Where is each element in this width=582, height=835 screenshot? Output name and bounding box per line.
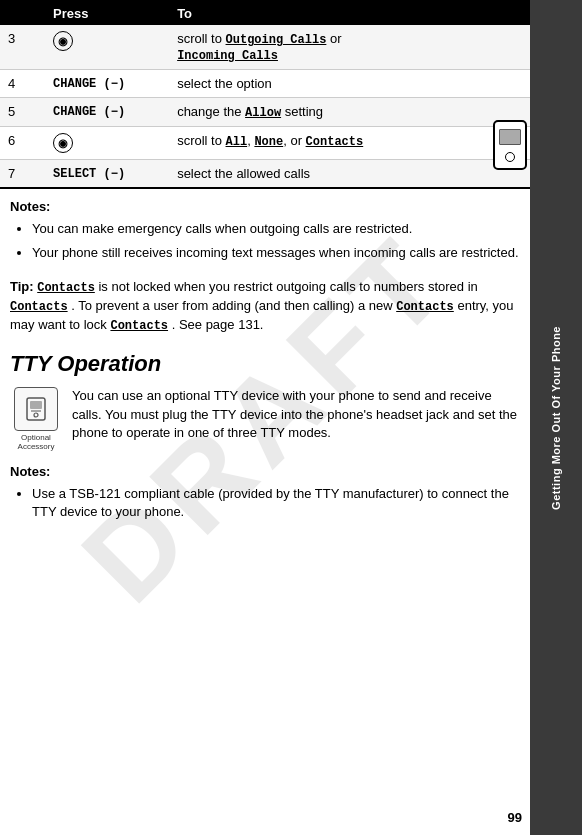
row-number: 6 <box>0 127 45 160</box>
row-press: ◉ <box>45 127 169 160</box>
tip-label: Tip: <box>10 279 34 294</box>
tip-text-1: is not locked when you restrict outgoing… <box>98 279 477 294</box>
note-item: Your phone still receives incoming text … <box>32 244 520 262</box>
table-row: 6 ◉ scroll to All, None, or Contacts <box>0 127 530 160</box>
contacts-label: Contacts <box>306 135 364 149</box>
svg-point-2 <box>34 413 38 417</box>
row-number: 4 <box>0 70 45 98</box>
right-sidebar: Getting More Out Of Your Phone <box>530 0 582 835</box>
table-row: 4 CHANGE (−) select the option <box>0 70 530 98</box>
select-button-label: SELECT (−) <box>53 167 125 181</box>
tty-body: OptionalAccessory You can use an optiona… <box>0 383 530 456</box>
tty-note-item: Use a TSB-121 compliant cable (provided … <box>32 485 520 521</box>
page-number: 99 <box>508 810 522 825</box>
notes-section: Notes: You can make emergency calls when… <box>0 189 530 278</box>
row-number: 5 <box>0 98 45 127</box>
tty-description: You can use an optional TTY device with … <box>72 387 520 444</box>
tty-icon-area: OptionalAccessory <box>10 387 62 452</box>
device-screen <box>499 129 521 145</box>
table-row: 7 SELECT (−) select the allowed calls <box>0 160 530 189</box>
tip-paragraph: Tip: Contacts is not locked when you res… <box>0 278 530 334</box>
phone-device-icon <box>493 120 527 170</box>
row-to: change the Allow setting <box>169 98 530 127</box>
allow-label: Allow <box>245 106 281 120</box>
tty-notes-list: Use a TSB-121 compliant cable (provided … <box>10 485 520 521</box>
tip-contacts-3: Contacts <box>396 300 454 314</box>
all-label: All <box>226 135 248 149</box>
row-press: SELECT (−) <box>45 160 169 189</box>
svg-rect-1 <box>30 401 42 409</box>
outgoing-calls-label: Outgoing Calls <box>226 33 327 47</box>
row-number: 7 <box>0 160 45 189</box>
tty-heading: TTY Operation <box>0 345 530 383</box>
tip-text-2: . To prevent a user from adding (and the… <box>71 298 396 313</box>
row-to: select the allowed calls <box>169 160 530 189</box>
table-row: 3 ◉ scroll to Outgoing Calls or Incoming… <box>0 25 530 70</box>
table-header-press <box>0 1 45 25</box>
tty-icon-label: OptionalAccessory <box>18 433 55 452</box>
notes-title: Notes: <box>10 199 520 214</box>
incoming-calls-label: Incoming Calls <box>177 49 278 63</box>
row-to: scroll to All, None, or Contacts <box>169 127 530 160</box>
instruction-table: Press To 3 ◉ scroll to Outgoing Calls or… <box>0 0 530 189</box>
table-header-press-label: Press <box>45 1 169 25</box>
optional-accessory-icon <box>14 387 58 431</box>
sidebar-label: Getting More Out Of Your Phone <box>550 326 562 510</box>
note-item: You can make emergency calls when outgoi… <box>32 220 520 238</box>
device-button <box>505 152 515 162</box>
tty-notes-title: Notes: <box>10 464 520 479</box>
accessory-svg <box>21 394 51 424</box>
row-to: select the option <box>169 70 530 98</box>
tip-text-4: . See page 131. <box>172 317 264 332</box>
change-button-label-2: CHANGE (−) <box>53 105 125 119</box>
tip-contacts-4: Contacts <box>110 319 168 333</box>
tip-contacts-1: Contacts <box>37 281 95 295</box>
row-press: ◉ <box>45 25 169 70</box>
table-row: 5 CHANGE (−) change the Allow setting <box>0 98 530 127</box>
nav-icon: ◉ <box>53 31 73 51</box>
nav-icon-2: ◉ <box>53 133 73 153</box>
row-press: CHANGE (−) <box>45 70 169 98</box>
device-icon-area <box>490 120 530 170</box>
change-button-label: CHANGE (−) <box>53 77 125 91</box>
tty-notes-section: Notes: Use a TSB-121 compliant cable (pr… <box>0 464 530 537</box>
notes-list: You can make emergency calls when outgoi… <box>10 220 520 262</box>
row-number: 3 <box>0 25 45 70</box>
row-press: CHANGE (−) <box>45 98 169 127</box>
table-header-to: To <box>169 1 530 25</box>
none-label: None <box>254 135 283 149</box>
tip-contacts-2: Contacts <box>10 300 68 314</box>
row-to: scroll to Outgoing Calls or Incoming Cal… <box>169 25 530 70</box>
